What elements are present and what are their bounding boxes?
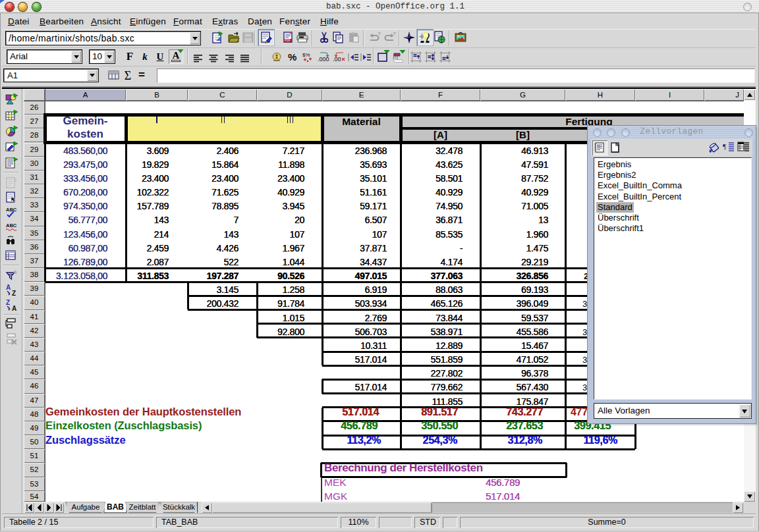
svg-text:.00: .00 xyxy=(333,56,341,63)
svg-text:A: A xyxy=(12,305,16,312)
svg-text:$%: $% xyxy=(302,52,310,58)
svg-text:Z: Z xyxy=(12,290,16,297)
svg-text:ABC: ABC xyxy=(6,223,17,228)
svg-text:.000: .000 xyxy=(318,56,329,63)
svg-text:A: A xyxy=(6,284,11,291)
svg-text:Z: Z xyxy=(6,299,10,306)
svg-text:%: % xyxy=(288,51,296,63)
svg-text:ABC: ABC xyxy=(6,207,17,213)
svg-text:PDF: PDF xyxy=(285,39,291,42)
svg-text:¶: ¶ xyxy=(723,142,726,150)
